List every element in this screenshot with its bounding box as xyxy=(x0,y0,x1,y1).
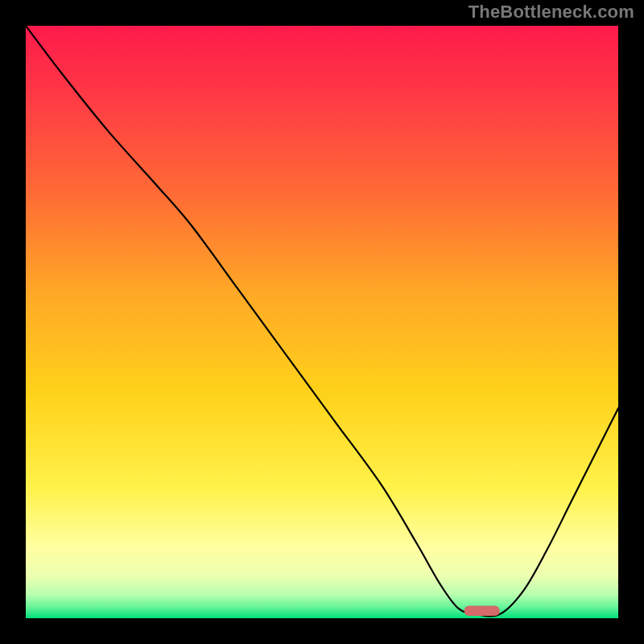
chart-frame: TheBottleneck.com xyxy=(0,0,644,644)
watermark-label: TheBottleneck.com xyxy=(469,2,634,23)
optimum-marker xyxy=(464,606,500,617)
chart-svg xyxy=(26,26,618,618)
plot-background xyxy=(26,26,618,618)
